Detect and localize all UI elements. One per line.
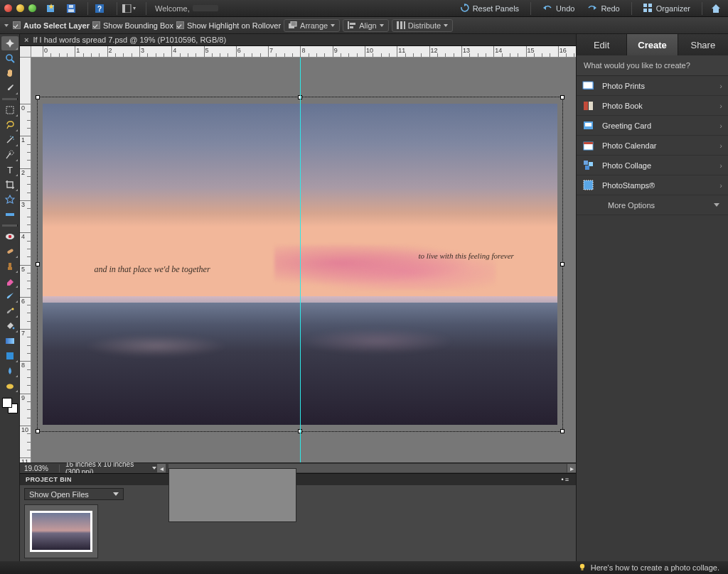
project-bin-filter-dropdown[interactable]: Show Open Files — [24, 488, 124, 500]
svg-rect-60 — [584, 180, 593, 190]
new-file-button[interactable] — [43, 2, 59, 15]
align-icon — [348, 21, 356, 29]
sponge-tool[interactable] — [1, 379, 18, 393]
auto-select-layer-toggle[interactable]: Auto Select Layer — [13, 21, 90, 30]
canvas-viewport[interactable]: 012345678910111213141516 01234567891011 … — [20, 46, 576, 462]
vertical-ruler[interactable]: 01234567891011 — [20, 58, 31, 462]
foreground-color-swatch[interactable] — [2, 398, 12, 408]
tab-edit[interactable]: Edit — [577, 34, 627, 55]
svg-point-26 — [6, 55, 12, 60]
svg-marker-9 — [133, 7, 136, 10]
red-eye-tool[interactable] — [1, 229, 18, 244]
align-dropdown[interactable]: Align — [343, 19, 388, 32]
create-item-label: Greeting Card — [602, 121, 719, 130]
create-item-calendar[interactable]: Photo Calendar› — [577, 136, 728, 156]
paint-bucket-tool[interactable] — [1, 319, 18, 333]
move-tool[interactable] — [1, 36, 18, 50]
zoom-level[interactable]: 19.03% — [20, 465, 60, 472]
tool-palette: T — [0, 34, 20, 561]
tab-create[interactable]: Create — [627, 34, 678, 55]
redo-icon — [587, 4, 597, 12]
brush-tool[interactable] — [1, 289, 18, 303]
svg-point-61 — [580, 564, 584, 568]
color-swatches[interactable] — [2, 398, 18, 413]
scroll-left-button[interactable]: ◂ — [157, 464, 166, 472]
eyedropper-tool[interactable] — [1, 81, 18, 95]
marquee-tool[interactable] — [1, 103, 18, 117]
create-item-card[interactable]: Greeting Card› — [577, 116, 728, 136]
create-item-prints[interactable]: Photo Prints› — [577, 76, 728, 96]
smart-brush-tool[interactable] — [1, 304, 18, 318]
create-item-book[interactable]: Photo Book› — [577, 96, 728, 116]
show-highlight-rollover-toggle[interactable]: Show Highlight on Rollover — [176, 21, 281, 30]
horizontal-scrollbar[interactable] — [168, 464, 567, 472]
gradient-tool[interactable] — [1, 334, 18, 348]
lasso-tool[interactable] — [1, 118, 18, 132]
project-bin-header[interactable]: PROJECT BIN •≡ — [20, 473, 576, 485]
type-tool[interactable]: T — [1, 163, 18, 177]
shape-tool[interactable] — [1, 349, 18, 363]
svg-rect-25 — [404, 21, 405, 29]
create-item-stamps[interactable]: PhotoStamps®› — [577, 175, 728, 195]
right-panel: Edit Create Share What would you like to… — [576, 34, 728, 561]
document-tab[interactable]: × If I had words spread 7.psd @ 19% (P10… — [20, 34, 576, 46]
ruler-origin[interactable] — [20, 46, 31, 58]
chevron-right-icon: › — [719, 82, 722, 90]
svg-rect-52 — [589, 102, 593, 110]
quick-selection-tool[interactable] — [1, 148, 18, 162]
svg-rect-16 — [648, 9, 652, 12]
home-button[interactable] — [708, 2, 724, 15]
tab-share[interactable]: Share — [678, 34, 728, 55]
layout-menu[interactable] — [122, 2, 137, 15]
svg-rect-47 — [6, 352, 14, 359]
more-options-item[interactable]: More Options — [577, 195, 728, 215]
organizer-button[interactable]: Organizer — [638, 2, 696, 14]
chevron-right-icon: › — [719, 102, 722, 110]
zoom-window-button[interactable] — [28, 4, 36, 12]
svg-rect-36 — [6, 213, 14, 216]
spot-healing-tool[interactable] — [1, 244, 18, 259]
undo-button[interactable]: Undo — [537, 3, 580, 14]
scroll-right-button[interactable]: ▸ — [567, 464, 576, 472]
show-bounding-box-toggle[interactable]: Show Bounding Box — [92, 21, 173, 30]
magic-wand-tool[interactable] — [1, 133, 18, 147]
eraser-tool[interactable] — [1, 274, 18, 288]
overlay-text-right: to live with this feeling forever — [419, 251, 514, 260]
create-item-label: Photo Prints — [602, 82, 719, 90]
distribute-dropdown[interactable]: Distribute — [392, 19, 453, 32]
clone-stamp-tool[interactable] — [1, 259, 18, 274]
chevron-right-icon: › — [719, 141, 722, 150]
create-item-label: Photo Calendar — [602, 141, 719, 150]
straighten-tool[interactable] — [1, 207, 18, 222]
create-item-label: PhotoStamps® — [602, 181, 719, 190]
blur-tool[interactable] — [1, 364, 18, 378]
close-document-icon[interactable]: × — [24, 36, 28, 44]
minimize-window-button[interactable] — [16, 4, 24, 12]
close-window-button[interactable] — [4, 4, 12, 12]
cookie-cutter-tool[interactable] — [1, 193, 18, 207]
checkbox-checked-icon — [13, 21, 21, 29]
hand-tool[interactable] — [1, 66, 18, 80]
svg-rect-8 — [122, 4, 125, 13]
svg-marker-17 — [712, 4, 720, 13]
horizontal-ruler[interactable]: 012345678910111213141516 — [31, 46, 576, 58]
chevron-right-icon: › — [719, 161, 722, 170]
redo-button[interactable]: Redo — [582, 3, 625, 14]
project-bin-thumbnail[interactable] — [24, 504, 98, 558]
help-button[interactable]: ? — [92, 2, 108, 15]
save-button[interactable] — [63, 2, 79, 15]
create-item-collage[interactable]: Photo Collage› — [577, 156, 728, 175]
reset-panels-button[interactable]: Reset Panels — [454, 2, 525, 14]
svg-text:?: ? — [97, 5, 102, 13]
options-flyout-icon[interactable] — [4, 24, 9, 27]
vertical-guide[interactable] — [300, 58, 301, 462]
svg-point-38 — [8, 235, 11, 238]
svg-rect-59 — [585, 166, 589, 170]
svg-rect-39 — [6, 249, 14, 254]
arrange-dropdown[interactable]: Arrange — [284, 19, 340, 32]
svg-rect-46 — [6, 338, 14, 344]
crop-tool[interactable] — [1, 178, 18, 192]
zoom-tool[interactable] — [1, 51, 18, 65]
project-bin: Show Open Files — [20, 485, 576, 561]
project-bin-menu-icon[interactable]: •≡ — [562, 476, 570, 483]
